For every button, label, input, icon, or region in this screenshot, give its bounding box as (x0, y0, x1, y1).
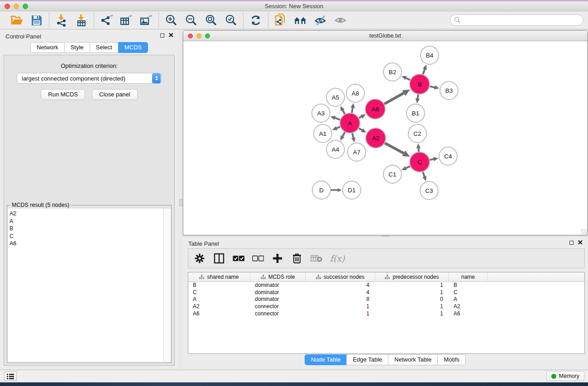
graph-edge-A-A4[interactable] (343, 132, 345, 136)
result-item[interactable]: C (10, 233, 163, 240)
import-table-icon[interactable] (75, 14, 88, 27)
clone-network-icon[interactable] (274, 14, 287, 27)
table-row[interactable]: Adominator80A (188, 296, 584, 303)
window-titlebar[interactable]: Session: New Session (0, 1, 588, 11)
result-list-scrollbar[interactable] (163, 209, 171, 362)
add-column-icon[interactable] (272, 253, 283, 264)
graph-edge-C-C4[interactable] (430, 159, 434, 160)
close-table-panel-icon[interactable]: ✕ (577, 240, 583, 245)
search-input[interactable] (450, 14, 583, 26)
close-panel-icon[interactable]: ✕ (168, 33, 174, 38)
desktop: Session: New Session (0, 0, 588, 386)
table-row[interactable]: A6connector11A6 (188, 310, 584, 318)
graph-edge-C-C1[interactable] (406, 166, 410, 168)
graph-edge-B-B1[interactable] (418, 95, 418, 99)
result-item[interactable]: A (10, 218, 163, 225)
close-panel-button[interactable]: Close panel (92, 89, 138, 100)
graph-edge-A6-B[interactable] (384, 93, 404, 104)
table-row[interactable]: Bdominator41B (188, 282, 584, 289)
frame-close-button[interactable] (188, 33, 193, 38)
show-columns-icon[interactable] (213, 253, 225, 264)
delete-column-icon[interactable] (291, 253, 303, 264)
tab-network[interactable]: Network (30, 42, 65, 53)
tab-motifs[interactable]: Motifs (437, 354, 466, 365)
network-frame-titlebar[interactable]: testGlobe.txt (183, 31, 587, 41)
function-builder-icon[interactable]: f(x) (330, 253, 345, 263)
frame-resize-grip[interactable] (581, 229, 587, 234)
table-toolbar: f(x) (188, 248, 585, 268)
zoom-window-button[interactable] (23, 4, 28, 9)
column-header-mcds-role[interactable]: MCDS role (250, 272, 306, 281)
mcds-result-group: MCDS result (5 nodes) A2 A B C A6 (7, 205, 172, 363)
tab-network-table[interactable]: Network Table (388, 354, 438, 365)
minimize-window-button[interactable] (14, 4, 19, 9)
delete-table-icon[interactable] (311, 253, 322, 264)
memory-status-icon (551, 374, 556, 379)
result-item[interactable]: A2 (10, 210, 163, 218)
graph-edge-arrowhead (422, 176, 426, 181)
graph-edge-A-A2[interactable] (359, 129, 362, 130)
graph-edge-A-A6[interactable] (359, 117, 361, 118)
run-mcds-button[interactable]: Run MCDS (41, 89, 85, 100)
memory-button[interactable]: Memory (546, 371, 584, 381)
graph-node-label: A1 (319, 130, 327, 137)
zoom-fit-icon[interactable] (204, 14, 218, 27)
graph-node-label: B2 (389, 69, 397, 76)
graph-node-label: A (348, 120, 352, 127)
table-header-row: shared name MCDS role successor nodes (188, 272, 584, 282)
graph-edge-C-C3[interactable] (423, 172, 424, 176)
frame-minimize-button[interactable] (196, 33, 201, 38)
export-network-icon[interactable] (100, 14, 113, 27)
graph-edge-A-A1[interactable] (337, 127, 340, 128)
table-row[interactable]: Cdominator41C (188, 289, 584, 296)
graph-edge-B-B3[interactable] (430, 86, 434, 87)
column-header-successor-nodes[interactable]: successor nodes (306, 272, 375, 281)
zoom-out-icon[interactable] (184, 14, 198, 27)
select-all-checks-icon[interactable] (233, 253, 244, 264)
graph-edge-A-A7[interactable] (352, 133, 353, 138)
graph-edge-B-B4[interactable] (423, 69, 425, 74)
show-all-icon[interactable] (334, 14, 347, 27)
table-settings-icon[interactable] (194, 253, 206, 264)
zoom-selected-icon[interactable] (224, 14, 238, 27)
tab-mcds[interactable]: MCDS (118, 42, 148, 53)
tab-style[interactable]: Style (64, 42, 90, 53)
apply-layout-icon[interactable] (249, 14, 263, 27)
graph-edge-A2-C[interactable] (385, 143, 404, 153)
graph-node-label: A3 (317, 110, 325, 117)
hide-selected-icon[interactable] (314, 14, 327, 27)
save-session-icon[interactable] (30, 14, 43, 27)
tab-node-table[interactable]: Node Table (305, 354, 347, 365)
column-header-predecessor-nodes[interactable]: predecessor nodes (375, 272, 449, 281)
graph-edge-C-C2[interactable] (419, 148, 419, 152)
vertical-split-handle[interactable] (179, 199, 182, 206)
export-table-icon[interactable] (120, 14, 133, 27)
close-window-button[interactable] (5, 4, 10, 9)
mcds-result-list[interactable]: A2 A B C A6 (8, 209, 163, 362)
result-item[interactable]: B (10, 225, 163, 233)
tab-edge-table[interactable]: Edge Table (346, 354, 388, 365)
graph-edge-A-A3[interactable] (335, 118, 340, 120)
float-panel-icon[interactable] (160, 33, 164, 38)
network-canvas[interactable]: B4B2BB3A8A5A6B1A3AA1C2A2A4A7C4CC1DD1C3 (183, 41, 587, 235)
window-controls (5, 4, 28, 9)
first-neighbors-icon[interactable] (294, 14, 307, 27)
float-table-panel-icon[interactable] (569, 241, 574, 245)
optimization-criterion-select[interactable]: largest connected component (directed) (17, 73, 162, 84)
tab-select[interactable]: Select (90, 42, 119, 53)
result-item[interactable]: A6 (10, 240, 163, 248)
frame-zoom-button[interactable] (205, 33, 210, 38)
graph-edge-A-A8[interactable] (352, 108, 353, 113)
graph-edge-arrowhead (332, 126, 338, 130)
column-header-name[interactable]: name (449, 272, 488, 281)
column-header-shared-name[interactable]: shared name (188, 272, 250, 281)
graph-edge-B-B2[interactable] (406, 78, 410, 80)
deselect-all-checks-icon[interactable] (252, 253, 264, 264)
import-network-icon[interactable] (55, 14, 68, 27)
graph-edge-A-A5[interactable] (343, 110, 345, 114)
export-image-icon[interactable] (139, 14, 153, 27)
table-row[interactable]: A2connector11A2 (188, 303, 584, 310)
zoom-in-icon[interactable] (164, 14, 178, 27)
task-history-button[interactable] (4, 372, 17, 381)
open-file-icon[interactable] (10, 14, 24, 27)
